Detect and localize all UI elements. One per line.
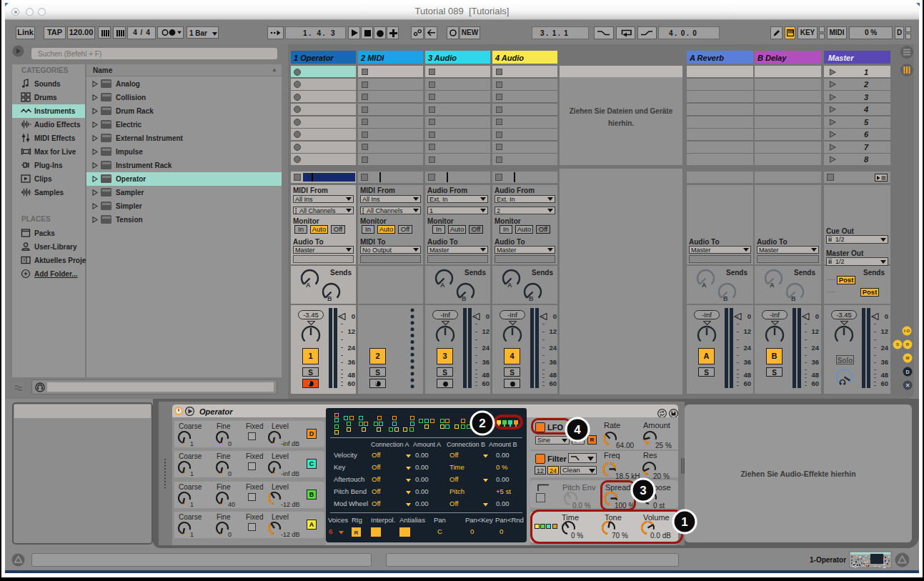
svg-text:D: D [905, 369, 909, 374]
svg-text:R: R [905, 342, 909, 347]
svg-text:M: M [905, 356, 909, 360]
svg-text:1: 1 [681, 515, 687, 529]
svg-text:I·O: I·O [904, 329, 910, 333]
svg-text:3: 3 [640, 484, 646, 497]
svg-text:2: 2 [479, 417, 485, 430]
svg-text:4: 4 [574, 423, 581, 437]
svg-text:S: S [896, 342, 899, 347]
svg-text:✕: ✕ [905, 382, 910, 389]
